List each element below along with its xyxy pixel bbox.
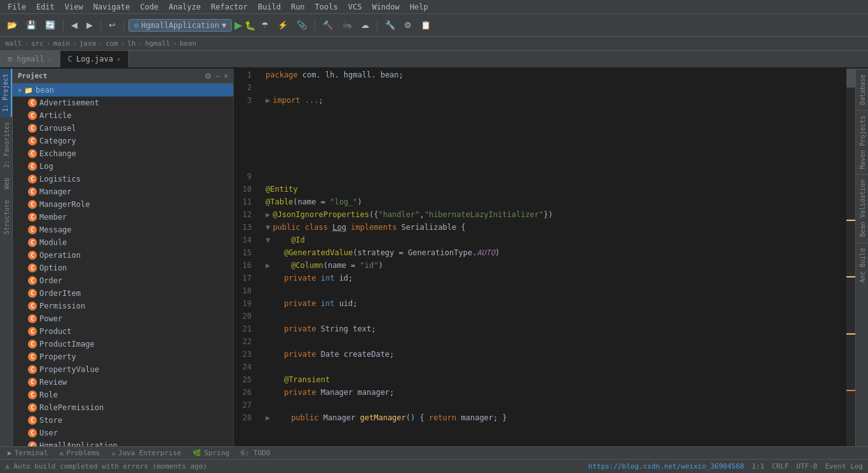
bottom-tab-todo[interactable]: 6: TODO — [236, 448, 275, 459]
scroll-thumb[interactable] — [846, 69, 855, 88]
tree-item-propertyvalue[interactable]: C PropertyValue — [13, 363, 233, 376]
tree-item-product[interactable]: C Product — [13, 325, 233, 338]
tree-item-productimage[interactable]: C ProductImage — [13, 338, 233, 350]
tree-item-member[interactable]: C Member — [13, 211, 233, 223]
tree-item-property[interactable]: C Property — [13, 350, 233, 363]
menu-navigate[interactable]: Navigate — [88, 1, 135, 13]
right-tab-ant-build[interactable]: Ant Build — [856, 243, 868, 288]
tree-item-store[interactable]: C Store — [13, 414, 233, 427]
tree-item-operation[interactable]: C Operation — [13, 249, 233, 262]
code-scrollbar[interactable] — [846, 69, 855, 446]
menu-run[interactable]: Run — [286, 1, 310, 13]
sidebar-tab-structure[interactable]: Structure — [0, 195, 12, 239]
toolbar-undo-btn[interactable]: ↩ — [105, 18, 119, 32]
panel-collapse-btn[interactable]: − — [215, 72, 220, 81]
menu-tools[interactable]: Tools — [310, 1, 343, 13]
code-lines[interactable]: package com . lh . hgmall . bean ; ▶ im — [261, 69, 846, 446]
ant-button[interactable]: 🐜 — [339, 18, 355, 32]
menu-edit[interactable]: Edit — [31, 1, 60, 13]
tree-item-role[interactable]: C Role — [13, 389, 233, 401]
run-button[interactable]: ▶ — [234, 19, 242, 31]
panel-settings-btn[interactable]: ⚙ — [205, 72, 212, 81]
menu-window[interactable]: Window — [367, 1, 404, 13]
tree-item-option[interactable]: C Option — [13, 262, 233, 274]
menu-build[interactable]: Build — [253, 1, 286, 13]
breadcrumb-bean[interactable]: bean — [180, 39, 197, 48]
breadcrumb-lh[interactable]: lh — [127, 39, 135, 48]
tree-item-message[interactable]: C Message — [13, 223, 233, 236]
tab-hgmall-close[interactable]: × — [48, 56, 52, 63]
tasks-button[interactable]: 📋 — [417, 18, 434, 32]
bottom-tab-problems[interactable]: ⚠ Problems — [55, 448, 105, 459]
menu-view[interactable]: View — [60, 1, 88, 13]
settings-button[interactable]: ⚙ — [401, 18, 415, 32]
attach-button[interactable]: 📎 — [294, 18, 310, 32]
bottom-tab-java-enterprise[interactable]: ☕ Java Enterprise — [106, 448, 186, 459]
collapse-icon-13[interactable]: ▼ — [266, 221, 270, 234]
toolbar-sync-btn[interactable]: 🔄 — [42, 18, 58, 32]
status-url[interactable]: https://blog.csdn.net/weixin_36904568 — [588, 462, 744, 470]
tools-button[interactable]: 🔧 — [382, 18, 398, 32]
collapse-icon-14[interactable]: ▼ — [266, 234, 270, 246]
tree-item-advertisement[interactable]: C Advertisement — [13, 97, 233, 109]
breadcrumb-java[interactable]: java — [79, 39, 97, 48]
collapse-icon-12[interactable]: ▶ — [266, 208, 270, 221]
menu-file[interactable]: File — [3, 1, 31, 13]
debug-button[interactable]: 🐛 — [245, 20, 255, 30]
tree-item-manager[interactable]: C Manager — [13, 185, 233, 198]
menu-analyze[interactable]: Analyze — [163, 1, 206, 13]
breadcrumb-hgmall[interactable]: hgmall — [145, 39, 170, 48]
sidebar-tab-project[interactable]: 1: Project — [0, 69, 12, 117]
coverage-button[interactable]: ☂ — [258, 18, 272, 32]
menu-vcs[interactable]: VCS — [343, 1, 367, 13]
breadcrumb-src[interactable]: src — [31, 39, 44, 48]
tree-item-managerrole[interactable]: C ManagerRole — [13, 198, 233, 211]
sidebar-tab-favorites[interactable]: 2: Favorites — [0, 117, 12, 173]
collapse-icon-16[interactable]: ▶ — [266, 259, 270, 272]
tree-item-rolepermission[interactable]: C RolePermission — [13, 401, 233, 414]
tree-item-article[interactable]: C Article — [13, 109, 233, 122]
event-log-icon[interactable]: Event Log — [825, 462, 863, 470]
right-tab-bean-validation[interactable]: Bean Validation — [856, 174, 868, 242]
tree-item-power[interactable]: C Power — [13, 312, 233, 325]
tree-item-hgmallapplication[interactable]: C HgmallApplication — [13, 439, 233, 446]
right-tab-database[interactable]: Database — [856, 69, 868, 110]
tree-item-orderitem[interactable]: C OrderItem — [13, 287, 233, 300]
bottom-tab-terminal[interactable]: ▶ Terminal — [3, 448, 53, 459]
deploy-button[interactable]: ☁ — [358, 18, 372, 32]
tab-log-java[interactable]: C Log.java × — [60, 51, 129, 67]
breadcrumb-com[interactable]: com — [105, 39, 118, 48]
sidebar-tab-web[interactable]: Web — [0, 173, 12, 194]
breadcrumb-mall[interactable]: mall — [5, 39, 22, 48]
toolbar-back-btn[interactable]: ◀ — [68, 18, 81, 32]
toolbar-forward-btn[interactable]: ▶ — [83, 18, 96, 32]
tree-item-exchange[interactable]: C Exchange — [13, 147, 233, 160]
collapse-icon-28[interactable]: ▶ — [266, 411, 270, 424]
panel-close-btn[interactable]: × — [224, 72, 228, 81]
tree-item-permission[interactable]: C Permission — [13, 300, 233, 312]
right-tab-maven[interactable]: Maven Projects — [856, 110, 868, 174]
tree-item-logistics[interactable]: C Logistics — [13, 173, 233, 185]
left-sidebar: 1: Project 2: Favorites Web Structure — [0, 69, 13, 446]
tree-item-bean[interactable]: ▼ 📁 bean — [13, 84, 233, 97]
build-button[interactable]: 🔨 — [320, 18, 336, 32]
menu-code[interactable]: Code — [135, 1, 164, 13]
toolbar-save-btn[interactable]: 💾 — [23, 18, 39, 32]
menu-refactor[interactable]: Refactor — [206, 1, 253, 13]
tree-item-carousel[interactable]: C Carousel — [13, 122, 233, 135]
tree-item-module[interactable]: C Module — [13, 236, 233, 249]
menu-help[interactable]: Help — [405, 1, 433, 13]
breadcrumb-main[interactable]: main — [53, 39, 71, 48]
toolbar-open-btn[interactable]: 📂 — [4, 18, 20, 32]
tree-item-log[interactable]: C Log — [13, 160, 233, 173]
profile-button[interactable]: ⚡ — [275, 18, 291, 32]
tree-item-review[interactable]: C Review — [13, 376, 233, 389]
collapse-icon-3[interactable]: ▶ — [266, 94, 270, 107]
tree-item-order[interactable]: C Order — [13, 274, 233, 287]
tab-log-java-close[interactable]: × — [117, 56, 121, 63]
tree-item-category[interactable]: C Category — [13, 135, 233, 147]
tab-hgmall[interactable]: m hgmall × — [0, 51, 60, 67]
run-configuration[interactable]: ⚙ HgmallApplication ▼ — [128, 19, 232, 32]
bottom-tab-spring[interactable]: 🌿 Spring — [187, 448, 234, 459]
tree-item-user[interactable]: C User — [13, 427, 233, 439]
